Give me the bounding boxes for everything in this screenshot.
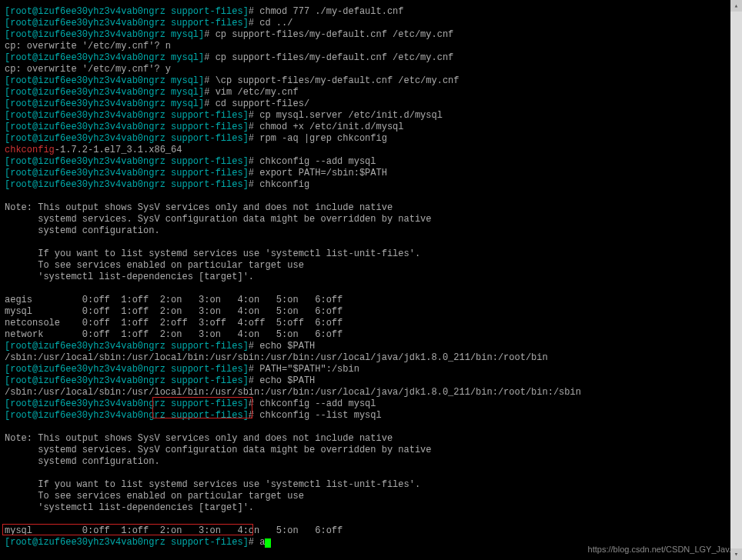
cursor bbox=[265, 538, 271, 548]
prompt-line: [root@izuf6ee30yhz3v4vab0ngrz support-fi… bbox=[5, 364, 737, 375]
terminal-output-line: To see services enabled on particular ta… bbox=[5, 491, 737, 502]
prompt-line: [root@izuf6ee30yhz3v4vab0ngrz support-fi… bbox=[5, 133, 737, 145]
terminal-output-line: systemd configuration. bbox=[5, 225, 737, 237]
terminal-output-line: Note: This output shows SysV services on… bbox=[5, 202, 737, 214]
terminal-output-line: To see services enabled on particular ta… bbox=[5, 260, 737, 272]
service-row: network 0:off 1:off 2:on 3:on 4:on 5:on … bbox=[5, 329, 737, 341]
terminal-output-line: 'systemctl list-dependencies [target]'. bbox=[5, 502, 737, 514]
service-row: aegis 0:off 1:off 2:on 3:on 4:on 5:on 6:… bbox=[5, 295, 737, 306]
prompt-line: [root@izuf6ee30yhz3v4vab0ngrz support-fi… bbox=[5, 375, 737, 387]
prompt-line: [root@izuf6ee30yhz3v4vab0ngrz support-fi… bbox=[5, 110, 737, 122]
scroll-down-arrow[interactable]: ▾ bbox=[730, 548, 742, 560]
terminal-output-line: 'systemctl list-dependencies [target]'. bbox=[5, 272, 737, 283]
prompt-line: [root@izuf6ee30yhz3v4vab0ngrz support-fi… bbox=[5, 341, 737, 352]
prompt-line: [root@izuf6ee30yhz3v4vab0ngrz support-fi… bbox=[5, 18, 737, 29]
terminal-output[interactable]: [root@izuf6ee30yhz3v4vab0ngrz support-fi… bbox=[0, 0, 742, 560]
prompt-line: [root@izuf6ee30yhz3v4vab0ngrz support-fi… bbox=[5, 6, 737, 18]
prompt-line: [root@izuf6ee30yhz3v4vab0ngrz mysql]# cp… bbox=[5, 29, 737, 41]
service-row: mysql 0:off 1:off 2:on 3:on 4:on 5:on 6:… bbox=[5, 306, 737, 318]
terminal-output-line: systemd services. SysV configuration dat… bbox=[5, 214, 737, 225]
csdn-watermark: https://blog.csdn.net/CSDN_LGY_Jav... bbox=[588, 545, 736, 554]
terminal-output-line: cp: overwrite '/etc/my.cnf'? y bbox=[5, 64, 737, 75]
prompt-line: [root@izuf6ee30yhz3v4vab0ngrz support-fi… bbox=[5, 398, 737, 410]
prompt-line: [root@izuf6ee30yhz3v4vab0ngrz mysql]# \c… bbox=[5, 75, 737, 87]
terminal-output-line: If you want to list systemd services use… bbox=[5, 479, 737, 491]
prompt-line: [root@izuf6ee30yhz3v4vab0ngrz mysql]# cd… bbox=[5, 98, 737, 110]
package-line: chkconfig-1.7.2-1.el7_3.1.x86_64 bbox=[5, 145, 737, 156]
prompt-line: [root@izuf6ee30yhz3v4vab0ngrz support-fi… bbox=[5, 410, 737, 422]
prompt-line: [root@izuf6ee30yhz3v4vab0ngrz support-fi… bbox=[5, 168, 737, 179]
terminal-output-line: If you want to list systemd services use… bbox=[5, 248, 737, 260]
terminal-output-line: /sbin:/usr/local/sbin:/usr/local/bin:/us… bbox=[5, 387, 737, 398]
prompt-line: [root@izuf6ee30yhz3v4vab0ngrz support-fi… bbox=[5, 179, 737, 191]
terminal-output-line: Note: This output shows SysV services on… bbox=[5, 433, 737, 445]
service-row: mysql 0:off 1:off 2:on 3:on 4:on 5:on 6:… bbox=[5, 525, 737, 537]
terminal-output-line: cp: overwrite '/etc/my.cnf'? n bbox=[5, 41, 737, 52]
prompt-line: [root@izuf6ee30yhz3v4vab0ngrz support-fi… bbox=[5, 122, 737, 133]
service-row: netconsole 0:off 1:off 2:off 3:off 4:off… bbox=[5, 318, 737, 329]
prompt-line: [root@izuf6ee30yhz3v4vab0ngrz support-fi… bbox=[5, 156, 737, 168]
vertical-scrollbar[interactable]: ▴ ▾ bbox=[730, 0, 742, 560]
terminal-output-line: systemd services. SysV configuration dat… bbox=[5, 445, 737, 456]
prompt-line: [root@izuf6ee30yhz3v4vab0ngrz mysql]# cp… bbox=[5, 52, 737, 64]
terminal-output-line: /sbin:/usr/local/sbin:/usr/local/bin:/us… bbox=[5, 352, 737, 364]
prompt-line: [root@izuf6ee30yhz3v4vab0ngrz mysql]# vi… bbox=[5, 87, 737, 98]
terminal-output-line: systemd configuration. bbox=[5, 456, 737, 468]
scroll-up-arrow[interactable]: ▴ bbox=[730, 0, 742, 12]
